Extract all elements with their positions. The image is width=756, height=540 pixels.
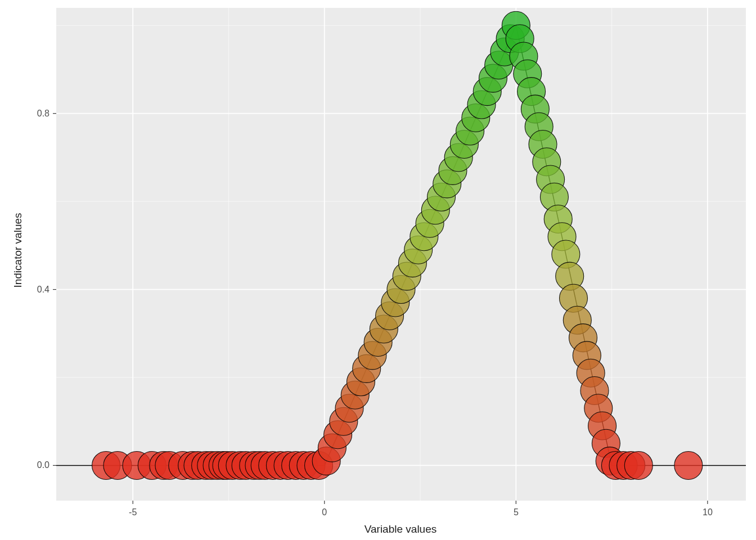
y-tick-label: 0.0: [37, 460, 50, 470]
chart-container: Indicator values Variable values -505100…: [0, 0, 756, 540]
y-tick-label: 0.8: [37, 109, 50, 118]
x-tick-label: -5: [129, 507, 137, 517]
y-tick-label: 0.4: [37, 285, 50, 294]
x-tick-label: 0: [322, 507, 327, 517]
data-point: [624, 451, 652, 479]
data-point: [674, 451, 703, 479]
plot-panel: [56, 8, 746, 501]
x-tick-label: 10: [703, 507, 713, 517]
chart-svg: -505100.00.40.8: [0, 0, 756, 540]
x-tick-label: 5: [514, 507, 519, 517]
